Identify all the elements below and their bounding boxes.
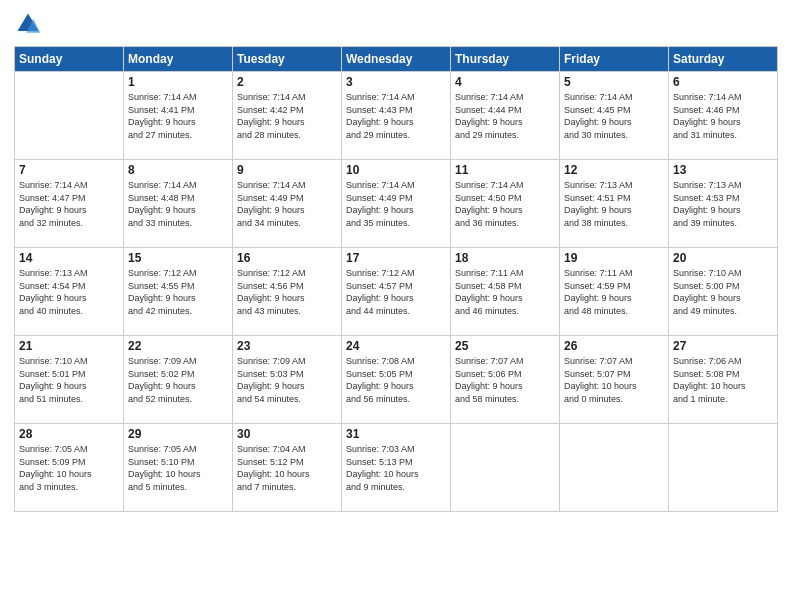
day-number: 21: [19, 339, 119, 353]
day-number: 14: [19, 251, 119, 265]
calendar-cell: 3Sunrise: 7:14 AM Sunset: 4:43 PM Daylig…: [342, 72, 451, 160]
calendar-cell: 31Sunrise: 7:03 AM Sunset: 5:13 PM Dayli…: [342, 424, 451, 512]
logo: [14, 10, 46, 38]
calendar-cell: 17Sunrise: 7:12 AM Sunset: 4:57 PM Dayli…: [342, 248, 451, 336]
calendar-cell: 2Sunrise: 7:14 AM Sunset: 4:42 PM Daylig…: [233, 72, 342, 160]
calendar-cell: 24Sunrise: 7:08 AM Sunset: 5:05 PM Dayli…: [342, 336, 451, 424]
day-info: Sunrise: 7:14 AM Sunset: 4:49 PM Dayligh…: [237, 179, 337, 229]
day-info: Sunrise: 7:09 AM Sunset: 5:03 PM Dayligh…: [237, 355, 337, 405]
weekday-header-tuesday: Tuesday: [233, 47, 342, 72]
week-row-2: 7Sunrise: 7:14 AM Sunset: 4:47 PM Daylig…: [15, 160, 778, 248]
day-info: Sunrise: 7:09 AM Sunset: 5:02 PM Dayligh…: [128, 355, 228, 405]
day-number: 2: [237, 75, 337, 89]
day-number: 23: [237, 339, 337, 353]
calendar-table: SundayMondayTuesdayWednesdayThursdayFrid…: [14, 46, 778, 512]
day-number: 15: [128, 251, 228, 265]
day-number: 27: [673, 339, 773, 353]
day-number: 9: [237, 163, 337, 177]
day-info: Sunrise: 7:07 AM Sunset: 5:06 PM Dayligh…: [455, 355, 555, 405]
weekday-header-wednesday: Wednesday: [342, 47, 451, 72]
day-number: 25: [455, 339, 555, 353]
day-number: 29: [128, 427, 228, 441]
week-row-5: 28Sunrise: 7:05 AM Sunset: 5:09 PM Dayli…: [15, 424, 778, 512]
day-info: Sunrise: 7:06 AM Sunset: 5:08 PM Dayligh…: [673, 355, 773, 405]
week-row-4: 21Sunrise: 7:10 AM Sunset: 5:01 PM Dayli…: [15, 336, 778, 424]
day-number: 22: [128, 339, 228, 353]
day-info: Sunrise: 7:14 AM Sunset: 4:44 PM Dayligh…: [455, 91, 555, 141]
day-info: Sunrise: 7:03 AM Sunset: 5:13 PM Dayligh…: [346, 443, 446, 493]
day-info: Sunrise: 7:12 AM Sunset: 4:57 PM Dayligh…: [346, 267, 446, 317]
day-number: 24: [346, 339, 446, 353]
day-info: Sunrise: 7:04 AM Sunset: 5:12 PM Dayligh…: [237, 443, 337, 493]
day-number: 10: [346, 163, 446, 177]
day-info: Sunrise: 7:14 AM Sunset: 4:41 PM Dayligh…: [128, 91, 228, 141]
calendar-cell: 9Sunrise: 7:14 AM Sunset: 4:49 PM Daylig…: [233, 160, 342, 248]
day-info: Sunrise: 7:05 AM Sunset: 5:10 PM Dayligh…: [128, 443, 228, 493]
calendar-cell: 15Sunrise: 7:12 AM Sunset: 4:55 PM Dayli…: [124, 248, 233, 336]
weekday-header-saturday: Saturday: [669, 47, 778, 72]
day-number: 12: [564, 163, 664, 177]
header: [14, 10, 778, 38]
day-number: 18: [455, 251, 555, 265]
calendar-cell: [560, 424, 669, 512]
week-row-1: 1Sunrise: 7:14 AM Sunset: 4:41 PM Daylig…: [15, 72, 778, 160]
calendar-cell: 4Sunrise: 7:14 AM Sunset: 4:44 PM Daylig…: [451, 72, 560, 160]
calendar-cell: 13Sunrise: 7:13 AM Sunset: 4:53 PM Dayli…: [669, 160, 778, 248]
day-info: Sunrise: 7:14 AM Sunset: 4:45 PM Dayligh…: [564, 91, 664, 141]
day-number: 3: [346, 75, 446, 89]
weekday-header-sunday: Sunday: [15, 47, 124, 72]
weekday-header-thursday: Thursday: [451, 47, 560, 72]
day-info: Sunrise: 7:14 AM Sunset: 4:42 PM Dayligh…: [237, 91, 337, 141]
calendar-cell: 30Sunrise: 7:04 AM Sunset: 5:12 PM Dayli…: [233, 424, 342, 512]
day-number: 30: [237, 427, 337, 441]
calendar-cell: 21Sunrise: 7:10 AM Sunset: 5:01 PM Dayli…: [15, 336, 124, 424]
calendar-cell: 22Sunrise: 7:09 AM Sunset: 5:02 PM Dayli…: [124, 336, 233, 424]
day-number: 31: [346, 427, 446, 441]
day-number: 17: [346, 251, 446, 265]
calendar-cell: 29Sunrise: 7:05 AM Sunset: 5:10 PM Dayli…: [124, 424, 233, 512]
calendar-cell: 8Sunrise: 7:14 AM Sunset: 4:48 PM Daylig…: [124, 160, 233, 248]
calendar-cell: 5Sunrise: 7:14 AM Sunset: 4:45 PM Daylig…: [560, 72, 669, 160]
calendar-cell: 26Sunrise: 7:07 AM Sunset: 5:07 PM Dayli…: [560, 336, 669, 424]
calendar-cell: 7Sunrise: 7:14 AM Sunset: 4:47 PM Daylig…: [15, 160, 124, 248]
calendar-cell: 10Sunrise: 7:14 AM Sunset: 4:49 PM Dayli…: [342, 160, 451, 248]
day-number: 20: [673, 251, 773, 265]
calendar-cell: 19Sunrise: 7:11 AM Sunset: 4:59 PM Dayli…: [560, 248, 669, 336]
logo-icon: [14, 10, 42, 38]
day-number: 13: [673, 163, 773, 177]
day-info: Sunrise: 7:14 AM Sunset: 4:46 PM Dayligh…: [673, 91, 773, 141]
day-info: Sunrise: 7:14 AM Sunset: 4:50 PM Dayligh…: [455, 179, 555, 229]
day-info: Sunrise: 7:12 AM Sunset: 4:56 PM Dayligh…: [237, 267, 337, 317]
calendar-cell: [451, 424, 560, 512]
day-info: Sunrise: 7:14 AM Sunset: 4:47 PM Dayligh…: [19, 179, 119, 229]
day-number: 16: [237, 251, 337, 265]
day-info: Sunrise: 7:07 AM Sunset: 5:07 PM Dayligh…: [564, 355, 664, 405]
day-number: 28: [19, 427, 119, 441]
calendar-cell: 1Sunrise: 7:14 AM Sunset: 4:41 PM Daylig…: [124, 72, 233, 160]
calendar-cell: 20Sunrise: 7:10 AM Sunset: 5:00 PM Dayli…: [669, 248, 778, 336]
calendar-cell: 16Sunrise: 7:12 AM Sunset: 4:56 PM Dayli…: [233, 248, 342, 336]
day-info: Sunrise: 7:08 AM Sunset: 5:05 PM Dayligh…: [346, 355, 446, 405]
day-number: 11: [455, 163, 555, 177]
day-info: Sunrise: 7:05 AM Sunset: 5:09 PM Dayligh…: [19, 443, 119, 493]
day-info: Sunrise: 7:14 AM Sunset: 4:48 PM Dayligh…: [128, 179, 228, 229]
day-number: 26: [564, 339, 664, 353]
calendar-cell: 25Sunrise: 7:07 AM Sunset: 5:06 PM Dayli…: [451, 336, 560, 424]
week-row-3: 14Sunrise: 7:13 AM Sunset: 4:54 PM Dayli…: [15, 248, 778, 336]
day-info: Sunrise: 7:14 AM Sunset: 4:43 PM Dayligh…: [346, 91, 446, 141]
page: SundayMondayTuesdayWednesdayThursdayFrid…: [0, 0, 792, 612]
day-number: 4: [455, 75, 555, 89]
day-number: 7: [19, 163, 119, 177]
calendar-cell: [669, 424, 778, 512]
weekday-header-friday: Friday: [560, 47, 669, 72]
calendar-cell: 12Sunrise: 7:13 AM Sunset: 4:51 PM Dayli…: [560, 160, 669, 248]
day-info: Sunrise: 7:10 AM Sunset: 5:01 PM Dayligh…: [19, 355, 119, 405]
day-number: 19: [564, 251, 664, 265]
calendar-cell: [15, 72, 124, 160]
day-number: 5: [564, 75, 664, 89]
day-info: Sunrise: 7:13 AM Sunset: 4:51 PM Dayligh…: [564, 179, 664, 229]
day-info: Sunrise: 7:13 AM Sunset: 4:54 PM Dayligh…: [19, 267, 119, 317]
day-number: 8: [128, 163, 228, 177]
weekday-header-monday: Monday: [124, 47, 233, 72]
calendar-cell: 18Sunrise: 7:11 AM Sunset: 4:58 PM Dayli…: [451, 248, 560, 336]
